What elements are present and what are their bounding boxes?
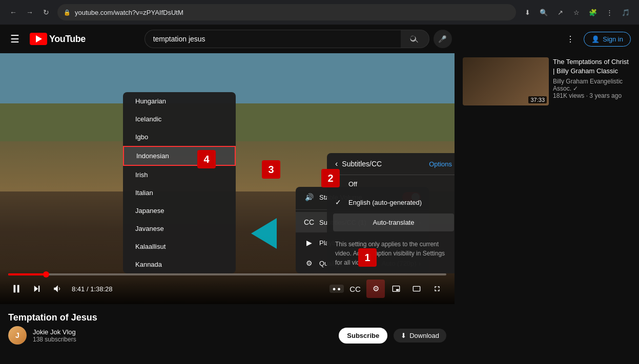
url-text: youtube.com/watch?v=zPYAIfDsUtM <box>75 9 510 16</box>
rec-meta: 181K views · 3 years ago <box>553 92 631 99</box>
more-options-button[interactable]: ⋮ <box>561 30 580 48</box>
lang-item-kalaallisut[interactable]: Kalaallisut <box>123 238 236 255</box>
settings-button[interactable]: ⚙ <box>366 280 385 298</box>
back-button[interactable]: ← <box>6 5 20 19</box>
subscribe-button[interactable]: Subscribe <box>339 328 387 344</box>
header-actions: ⋮ 👤 Sign in <box>561 30 631 48</box>
menu-button[interactable]: ☰ <box>8 31 22 47</box>
subtitles-icon: CC <box>304 217 314 227</box>
lang-item-igbo[interactable]: Igbo <box>123 128 236 146</box>
nav-buttons: ← → ↻ <box>6 5 53 19</box>
below-video: Temptation of Jesus J Jokie Jok Vlog 138… <box>0 304 455 364</box>
progress-fill <box>8 273 46 275</box>
subtitles-button[interactable]: CC <box>346 280 364 298</box>
play-pause-button[interactable] <box>8 281 25 297</box>
badge-2: 2 <box>321 169 340 187</box>
subscriber-count: 138 subscribers <box>33 336 333 343</box>
svg-rect-0 <box>14 285 16 293</box>
download-icon: ⬇ <box>401 332 406 339</box>
progress-bar[interactable] <box>8 273 446 275</box>
volume-button[interactable] <box>49 281 66 297</box>
subtitles-panel: ‹ Subtitles/CC Options Off ✓ English (au… <box>327 153 455 273</box>
badge-4: 4 <box>197 150 216 168</box>
subtitles-header: ‹ Subtitles/CC Options <box>327 153 455 175</box>
theater-mode-button[interactable] <box>407 280 426 298</box>
subtitle-off-label: Off <box>348 180 357 188</box>
sidebar: 37:33 The Temptations of Christ | Billy … <box>455 53 639 364</box>
more-tools-button[interactable]: ⋮ <box>602 5 616 19</box>
channel-name[interactable]: Jokie Jok Vlog <box>33 328 333 336</box>
youtube-text: YouTube <box>49 34 86 45</box>
bookmark-button[interactable]: ☆ <box>569 5 584 19</box>
lang-item-kannada[interactable]: Kannada <box>123 255 236 273</box>
subtitle-english-label: English (auto-generated) <box>348 199 422 206</box>
browser-actions: ⬇ 🔍 ↗ ☆ 🧩 ⋮ 🎵 <box>520 5 633 19</box>
lang-item-japanese[interactable]: Japanese <box>123 202 236 220</box>
search-bar: 🎤 <box>145 30 452 48</box>
right-controls: ● ● CC ⚙ <box>329 280 446 298</box>
lock-icon: 🔒 <box>64 9 71 16</box>
subtitles-title: Subtitles/CC <box>342 160 425 168</box>
svg-rect-1 <box>17 285 19 293</box>
subtitle-english-check: ✓ <box>335 198 343 206</box>
video-section: Hungarian Icelandic Igbo Indonesian Iris… <box>0 53 455 364</box>
progress-thumb <box>43 271 49 277</box>
rec-thumbnail: 37:33 <box>463 57 549 105</box>
subtitle-english-item[interactable]: ✓ English (auto-generated) <box>327 193 455 211</box>
auto-translate-button[interactable]: Auto-translate <box>333 213 454 231</box>
download-button[interactable]: ⬇ Download <box>394 329 446 342</box>
subtitles-back-button[interactable]: ‹ <box>335 159 338 168</box>
search-submit-button[interactable] <box>401 30 429 48</box>
arrow-to-language-icon <box>251 218 277 249</box>
channel-row: J Jokie Jok Vlog 138 subscribers Subscri… <box>8 326 446 345</box>
recommended-item[interactable]: 37:33 The Temptations of Christ | Billy … <box>463 57 631 105</box>
miniplayer-button[interactable] <box>387 280 405 298</box>
language-panel[interactable]: Hungarian Icelandic Igbo Indonesian Iris… <box>123 92 236 273</box>
voice-search-button[interactable]: 🎤 <box>434 30 452 48</box>
channel-avatar[interactable]: J <box>8 326 27 345</box>
lang-item-icelandic[interactable]: Icelandic <box>123 110 236 128</box>
rec-info: The Temptations of Christ | Billy Graham… <box>553 57 631 105</box>
ambient-mode-toggle[interactable]: ● ● <box>329 285 344 293</box>
svg-rect-6 <box>396 289 399 291</box>
next-button[interactable] <box>29 281 45 297</box>
person-icon: 👤 <box>591 35 600 43</box>
video-controls: 8:41 / 1:38:28 ● ● CC ⚙ <box>0 269 455 304</box>
search-page-button[interactable]: 🔍 <box>537 5 551 19</box>
stable-volume-icon: 🔊 <box>304 192 314 202</box>
subtitle-off-item[interactable]: Off <box>327 175 455 193</box>
play-icon <box>36 35 42 42</box>
rec-title: The Temptations of Christ | Billy Graham… <box>553 57 631 76</box>
badge-3: 3 <box>262 160 280 179</box>
video-player[interactable]: Hungarian Icelandic Igbo Indonesian Iris… <box>0 53 455 304</box>
video-actions: ⬇ Download <box>394 329 446 342</box>
forward-button[interactable]: → <box>23 5 37 19</box>
youtube-logo-icon <box>30 33 47 45</box>
svg-rect-3 <box>38 286 39 292</box>
share-button[interactable]: ↗ <box>553 5 567 19</box>
svg-marker-4 <box>54 285 58 292</box>
video-title: Temptation of Jesus <box>8 312 446 323</box>
lang-item-irish[interactable]: Irish <box>123 166 236 184</box>
youtube-logo[interactable]: YouTube <box>30 33 86 45</box>
download-page-button[interactable]: ⬇ <box>520 5 534 19</box>
lang-item-indonesian[interactable]: Indonesian <box>123 146 236 166</box>
lang-item-hungarian[interactable]: Hungarian <box>123 92 236 110</box>
svg-rect-7 <box>413 286 420 291</box>
time-display: 8:41 / 1:38:28 <box>72 285 113 293</box>
lang-item-javanese[interactable]: Javanese <box>123 220 236 238</box>
sign-in-button[interactable]: 👤 Sign in <box>584 32 631 47</box>
subtitles-options-link[interactable]: Options <box>429 160 452 168</box>
profile-button[interactable]: 🎵 <box>619 5 633 19</box>
lang-item-italian[interactable]: Italian <box>123 184 236 202</box>
main-content: Hungarian Icelandic Igbo Indonesian Iris… <box>0 53 639 364</box>
extensions-button[interactable]: 🧩 <box>586 5 600 19</box>
search-input[interactable] <box>145 30 401 48</box>
fullscreen-button[interactable] <box>428 280 446 298</box>
reload-button[interactable]: ↻ <box>39 5 53 19</box>
badge-1: 1 <box>358 248 377 267</box>
playback-speed-icon: ▶ <box>304 238 314 248</box>
address-bar[interactable]: 🔒 youtube.com/watch?v=zPYAIfDsUtM <box>57 4 516 20</box>
browser-chrome: ← → ↻ 🔒 youtube.com/watch?v=zPYAIfDsUtM … <box>0 0 639 25</box>
channel-info: Jokie Jok Vlog 138 subscribers <box>33 328 333 343</box>
